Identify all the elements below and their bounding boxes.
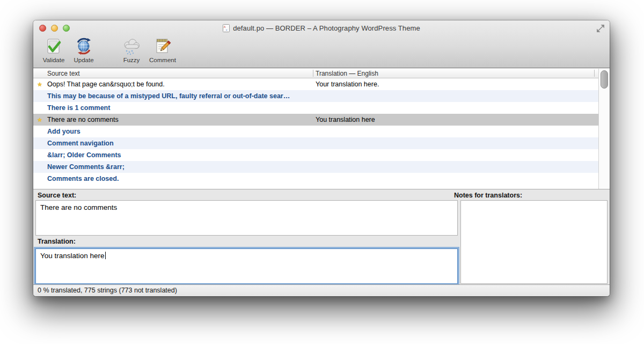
- translation-label: Translation:: [38, 238, 76, 245]
- fuzzy-button[interactable]: Fuzzy: [117, 38, 146, 67]
- row-source-text: Comment navigation: [47, 137, 114, 149]
- validate-label: Validate: [43, 57, 65, 63]
- table-row[interactable]: &larr; Older Comments: [33, 149, 610, 161]
- poedit-window: A и default.po — BORDER – A Photography …: [33, 20, 610, 296]
- notes-box: [460, 200, 608, 284]
- row-source-text: Comments are closed.: [47, 173, 119, 185]
- table-row[interactable]: ★ Oops! That page can&rsquo;t be found. …: [33, 78, 610, 90]
- window-chrome: A и default.po — BORDER – A Photography …: [33, 20, 610, 68]
- row-source-text: There is 1 comment: [47, 102, 110, 114]
- column-header-translation[interactable]: Translation — English: [316, 69, 378, 78]
- fuzzy-star-icon: ★: [37, 114, 42, 126]
- comment-label: Comment: [149, 57, 176, 63]
- table-row-selected[interactable]: ★ There are no comments You translation …: [33, 114, 610, 126]
- vertical-scrollbar[interactable]: [598, 69, 610, 189]
- table-row[interactable]: Comments are closed.: [33, 173, 610, 185]
- row-source-text: Newer Comments &rarr;: [47, 161, 125, 173]
- scrollbar-thumb[interactable]: [601, 70, 608, 89]
- source-text-box: There are no comments: [35, 200, 458, 236]
- text-caret: [105, 252, 106, 259]
- toolbar: Validate: [33, 35, 610, 68]
- validate-check-icon: [45, 38, 63, 56]
- source-text-value: There are no comments: [40, 203, 117, 211]
- row-source-text: &larr; Older Comments: [47, 149, 121, 161]
- table-row[interactable]: Newer Comments &rarr;: [33, 161, 610, 173]
- svg-text:и: и: [226, 28, 227, 31]
- status-bar: 0 % translated, 775 strings (773 not tra…: [33, 284, 610, 296]
- list-header: Source text Translation — English: [33, 69, 610, 78]
- string-list: ★ Oops! That page can&rsquo;t be found. …: [33, 78, 610, 189]
- table-row[interactable]: This may be because of a mistyped URL, f…: [33, 90, 610, 102]
- document-proxy-icon: A и: [223, 24, 230, 32]
- fullscreen-icon[interactable]: [596, 24, 605, 33]
- validate-button[interactable]: Validate: [38, 38, 70, 67]
- table-row[interactable]: Comment navigation: [33, 137, 610, 149]
- row-source-text: Add yours: [47, 126, 80, 137]
- title-bar[interactable]: A и default.po — BORDER – A Photography …: [33, 20, 610, 35]
- translation-value: You translation here: [40, 252, 105, 260]
- source-text-label: Source text:: [38, 192, 76, 199]
- desktop-background: A и default.po — BORDER – A Photography …: [0, 0, 644, 344]
- update-globe-icon: [75, 38, 93, 56]
- status-text: 0 % translated, 775 strings (773 not tra…: [38, 287, 177, 294]
- row-source-text: There are no comments: [47, 114, 119, 126]
- update-button[interactable]: Update: [69, 38, 99, 67]
- comment-button[interactable]: Comment: [145, 38, 180, 67]
- row-translation-text: You translation here: [316, 114, 375, 126]
- update-label: Update: [74, 57, 93, 63]
- fuzzy-label: Fuzzy: [123, 57, 140, 63]
- notes-label: Notes for translators:: [454, 192, 522, 199]
- table-row[interactable]: Add yours: [33, 126, 610, 137]
- row-source-text: Oops! That page can&rsquo;t be found.: [47, 78, 165, 90]
- fuzzy-star-icon: ★: [37, 78, 42, 90]
- row-translation-text: Your translation here.: [316, 78, 379, 90]
- fuzzy-cloud-icon: [122, 38, 141, 56]
- window-title: default.po — BORDER – A Photography Word…: [233, 24, 420, 32]
- editor-panel: Source text: Notes for translators: Ther…: [33, 189, 610, 284]
- column-divider[interactable]: [313, 70, 313, 77]
- column-header-source[interactable]: Source text: [47, 69, 80, 78]
- row-source-text: This may be because of a mistyped URL, f…: [47, 90, 290, 102]
- column-divider-right[interactable]: [594, 70, 595, 77]
- translation-input[interactable]: You translation here: [35, 248, 458, 284]
- table-row[interactable]: There is 1 comment: [33, 102, 610, 114]
- comment-notepad-icon: [153, 38, 172, 56]
